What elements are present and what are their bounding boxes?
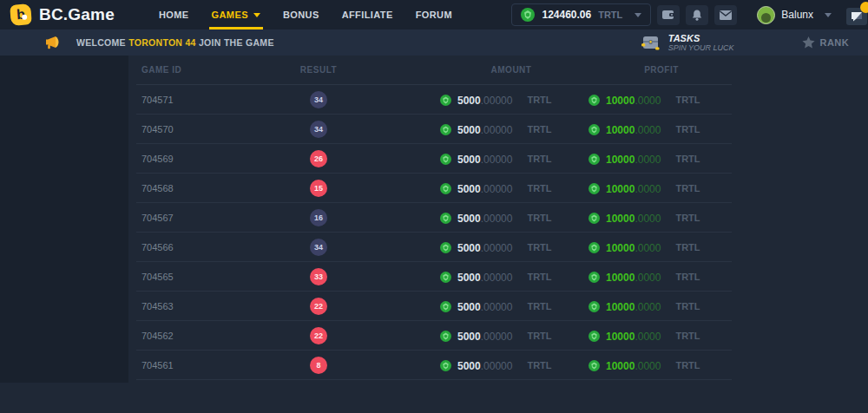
user-menu[interactable]: Balunx bbox=[757, 6, 832, 24]
coin-icon bbox=[589, 360, 600, 371]
main-nav: HOME GAMES BONUS AFFILIATE FORUM bbox=[148, 0, 464, 30]
table-row[interactable]: 704569 26 5000.00000 TRTL 10000 bbox=[136, 144, 732, 174]
profit-decimals: .0000 bbox=[635, 242, 661, 254]
coin-icon bbox=[440, 124, 451, 135]
profit-cell: 10000.0000 TRTL bbox=[589, 115, 700, 144]
tasks-text: TASKS SPIN YOUR LUCK bbox=[668, 33, 734, 53]
nav-label: HOME bbox=[159, 10, 189, 20]
profit-currency: TRTL bbox=[675, 331, 700, 341]
table-row[interactable]: 704568 15 5000.00000 TRTL 10000 bbox=[136, 174, 732, 203]
result-badge: 8 bbox=[310, 357, 327, 374]
announcement-bar: WELCOME TORONTON 44 JOIN THE GAME TASKS … bbox=[0, 30, 868, 56]
amount-currency: TRTL bbox=[527, 360, 551, 370]
profit-decimals: .0000 bbox=[635, 154, 661, 166]
chevron-down-icon bbox=[635, 13, 641, 17]
table-row[interactable]: 704561 8 5000.00000 TRTL 10000. bbox=[136, 351, 732, 380]
table-row[interactable]: 704563 22 5000.00000 TRTL 10000 bbox=[136, 292, 732, 321]
nav-label: BONUS bbox=[283, 10, 319, 20]
result-badge: 34 bbox=[310, 91, 327, 108]
amount-decimals: .00000 bbox=[481, 272, 513, 284]
table-row[interactable]: 704570 34 5000.00000 TRTL 10000 bbox=[136, 115, 732, 144]
nav-item-forum[interactable]: FORUM bbox=[404, 0, 464, 30]
nav-item-affiliate[interactable]: AFFILIATE bbox=[331, 0, 404, 30]
amount-integer: 5000 bbox=[457, 183, 481, 195]
user-name: Balunx bbox=[781, 9, 813, 21]
game-id: 704561 bbox=[141, 351, 174, 380]
chat-notification-badge bbox=[860, 2, 868, 13]
result-cell: 34 bbox=[266, 233, 371, 262]
result-cell: 34 bbox=[266, 85, 371, 115]
brand-logo[interactable]: b BC.Game bbox=[10, 4, 115, 25]
wallet-button[interactable] bbox=[657, 5, 680, 25]
amount-decimals: .00000 bbox=[481, 242, 513, 254]
nav-item-games[interactable]: GAMES bbox=[201, 0, 272, 30]
amount-decimals: .00000 bbox=[481, 331, 513, 343]
chevron-down-icon bbox=[825, 13, 832, 17]
amount-cell: 5000.00000 TRTL bbox=[440, 203, 552, 233]
notifications-button[interactable] bbox=[686, 5, 708, 25]
nav-label: FORUM bbox=[416, 10, 452, 20]
profit-integer: 10000 bbox=[606, 124, 635, 136]
coin-icon bbox=[440, 95, 451, 106]
coin-icon bbox=[589, 272, 600, 283]
game-id: 704568 bbox=[141, 174, 174, 203]
table-body: 704571 34 5000.00000 TRTL 10000 bbox=[136, 85, 732, 380]
amount-currency: TRTL bbox=[527, 154, 551, 164]
topbar-right: 124460.06 TRTL Balunx bbox=[511, 3, 868, 26]
game-id: 704571 bbox=[141, 85, 174, 115]
logo-dot bbox=[22, 15, 27, 20]
treasure-chest-icon bbox=[641, 34, 661, 51]
coin-icon bbox=[440, 301, 451, 312]
avatar bbox=[757, 6, 775, 24]
profit-currency: TRTL bbox=[675, 360, 700, 370]
amount-integer: 5000 bbox=[457, 331, 481, 343]
tasks-button[interactable]: TASKS SPIN YOUR LUCK bbox=[641, 33, 734, 53]
amount-currency: TRTL bbox=[527, 301, 551, 311]
chat-button[interactable] bbox=[846, 4, 868, 25]
messages-button[interactable] bbox=[714, 5, 737, 25]
table-row[interactable]: 704566 34 5000.00000 TRTL 10000 bbox=[136, 233, 732, 262]
profit-currency: TRTL bbox=[675, 301, 700, 311]
coin-icon bbox=[589, 95, 600, 106]
coin-icon bbox=[440, 154, 451, 165]
profit-integer: 10000 bbox=[606, 360, 635, 372]
nav-item-home[interactable]: HOME bbox=[148, 0, 201, 30]
left-panel bbox=[0, 56, 128, 383]
coin-icon bbox=[589, 124, 600, 135]
result-badge: 15 bbox=[310, 180, 327, 197]
profit-cell: 10000.0000 TRTL bbox=[589, 174, 700, 203]
amount-cell: 5000.00000 TRTL bbox=[440, 115, 552, 144]
header-game-id: GAME ID bbox=[141, 56, 181, 85]
header-result: RESULT bbox=[266, 56, 371, 85]
profit-integer: 10000 bbox=[606, 301, 635, 313]
amount-cell: 5000.00000 TRTL bbox=[440, 144, 552, 174]
result-badge: 33 bbox=[310, 268, 327, 285]
game-id: 704567 bbox=[141, 203, 174, 233]
balance-value: 124460.06 bbox=[542, 9, 591, 21]
rank-button[interactable]: RANK bbox=[802, 36, 849, 49]
profit-cell: 10000.0000 TRTL bbox=[589, 85, 700, 115]
table-row[interactable]: 704562 22 5000.00000 TRTL 10000 bbox=[136, 321, 732, 351]
game-id: 704565 bbox=[141, 262, 174, 292]
balance-selector[interactable]: 124460.06 TRTL bbox=[511, 3, 651, 26]
coin-icon bbox=[440, 272, 451, 283]
table-row[interactable]: 704571 34 5000.00000 TRTL 10000 bbox=[136, 85, 732, 115]
amount-currency: TRTL bbox=[527, 272, 551, 282]
game-id: 704563 bbox=[141, 292, 174, 321]
amount-cell: 5000.00000 TRTL bbox=[440, 351, 552, 380]
profit-decimals: .0000 bbox=[635, 301, 661, 313]
profit-currency: TRTL bbox=[675, 154, 700, 164]
profit-decimals: .0000 bbox=[635, 331, 661, 343]
amount-decimals: .00000 bbox=[481, 213, 513, 225]
table-row[interactable]: 704565 33 5000.00000 TRTL 10000 bbox=[136, 262, 732, 292]
profit-decimals: .0000 bbox=[635, 183, 661, 195]
nav-item-bonus[interactable]: BONUS bbox=[272, 0, 331, 30]
nav-label: AFFILIATE bbox=[342, 10, 393, 20]
table-row[interactable]: 704567 16 5000.00000 TRTL 10000 bbox=[136, 203, 732, 233]
result-cell: 33 bbox=[266, 262, 371, 292]
coin-icon bbox=[589, 242, 600, 253]
top-navigation-bar: b BC.Game HOME GAMES BONUS AFFILIATE FOR… bbox=[0, 0, 868, 30]
balance-currency: TRTL bbox=[598, 10, 622, 20]
amount-cell: 5000.00000 TRTL bbox=[440, 262, 552, 292]
game-id: 704562 bbox=[141, 321, 174, 351]
